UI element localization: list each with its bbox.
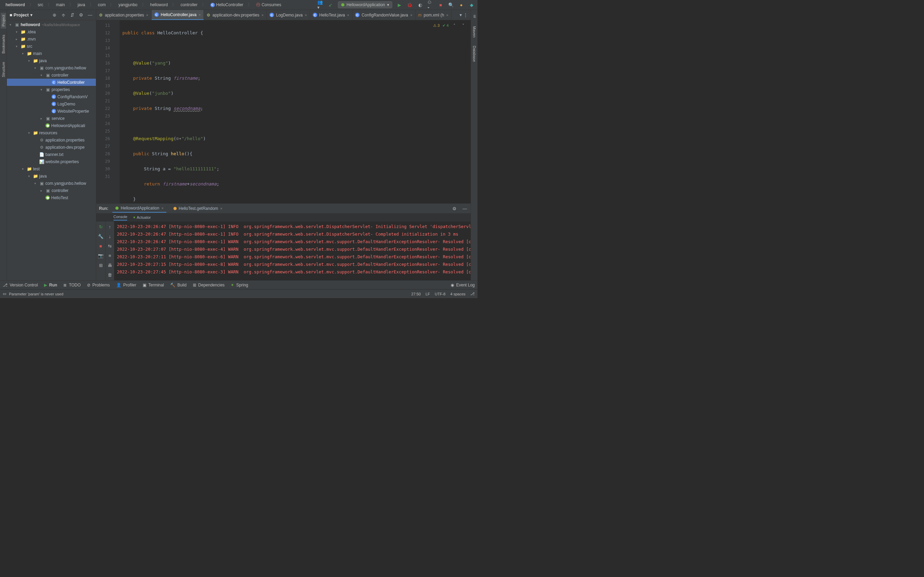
trash-icon[interactable]: 🗑 (107, 272, 113, 278)
breadcrumb-item[interactable]: helloword (3, 2, 28, 8)
stop-icon[interactable]: ■ (438, 2, 444, 8)
structure-tool-button[interactable]: Structure (1, 60, 6, 79)
maven-tool-button[interactable]: m (472, 13, 477, 20)
breadcrumb-item[interactable]: helloword (147, 2, 171, 8)
tree-node[interactable]: ▾📁java (7, 57, 96, 64)
collapse-all-icon[interactable]: ⇵ (69, 12, 75, 18)
dependencies-button[interactable]: ⊞ Dependencies (193, 283, 225, 287)
tree-node[interactable]: CConfigRandomV (7, 93, 96, 100)
tree-node[interactable]: 📄banner.txt (7, 151, 96, 158)
tree-node[interactable]: CHelloController (7, 79, 96, 86)
breadcrumb-item[interactable]: main (53, 2, 68, 8)
tree-node[interactable]: ▸▣controller (7, 187, 96, 194)
project-tree[interactable]: ▾▣ helloword ~/kaifa/IdeaWorkspace ▾📁.id… (7, 20, 96, 280)
close-icon[interactable]: × (446, 13, 448, 17)
close-icon[interactable]: × (347, 13, 349, 17)
close-icon[interactable]: × (410, 13, 412, 17)
vcs-button[interactable]: ⎇ Version Control (3, 283, 38, 287)
shield-icon[interactable]: ◆ (468, 2, 475, 8)
close-icon[interactable]: × (262, 13, 264, 17)
close-icon[interactable]: × (305, 13, 307, 17)
todo-button[interactable]: ≣ TODO (63, 283, 81, 287)
editor-tab[interactable]: CHelloTest.java× (310, 10, 352, 20)
avatar-icon[interactable]: ● (458, 2, 464, 8)
run-icon[interactable]: ▶ (396, 2, 402, 8)
profiler-button[interactable]: 👤 Profiler (116, 283, 136, 287)
terminal-button[interactable]: ▣ Terminal (143, 283, 164, 287)
hide-icon[interactable]: — (87, 12, 93, 18)
run-tab[interactable]: ⬢HelloTest.getRandom × (171, 205, 225, 212)
tree-node[interactable]: 📊website.properties (7, 158, 96, 165)
editor-tab[interactable]: CConfigRandomValue.java× (352, 10, 415, 20)
camera-icon[interactable]: 📷 (98, 253, 104, 259)
file-encoding[interactable]: UTF-8 (435, 292, 446, 296)
project-view-selector[interactable]: ■ Project ▾ (10, 12, 33, 18)
wrench-icon[interactable]: 🔧 (98, 233, 104, 239)
indent-info[interactable]: 4 spaces (450, 292, 465, 296)
console-output[interactable]: 2022-10-23-20:26:47 [http-nio-8080-exec-… (114, 221, 471, 280)
tree-root[interactable]: ▾▣ helloword ~/kaifa/IdeaWorkspace (7, 21, 96, 28)
rerun-icon[interactable]: ↻ (98, 224, 104, 230)
tree-node[interactable]: ⚙application.properties (7, 136, 96, 143)
line-separator[interactable]: LF (426, 292, 430, 296)
search-icon[interactable]: 🔍 (448, 2, 454, 8)
tree-node[interactable]: ▾▣com.yangjunbo.hellow (7, 180, 96, 187)
close-icon[interactable]: × (199, 13, 201, 17)
hide-icon[interactable]: — (462, 205, 468, 211)
tree-node[interactable]: ⬢HellowordApplicati (7, 122, 96, 129)
tree-node[interactable]: ▾▣properties (7, 86, 96, 93)
layout-icon[interactable]: ⊞ (98, 262, 104, 268)
tree-node[interactable]: ▾📁java (7, 172, 96, 180)
breadcrumb-item[interactable]: com (95, 2, 108, 8)
inspection-status[interactable]: ⚠ 3 ✔ 4 ˄ ˅ (433, 22, 467, 29)
down-icon[interactable]: ↓ (107, 233, 113, 239)
print-icon[interactable]: 🖶 (107, 262, 113, 268)
bookmarks-tool-button[interactable]: Bookmarks (1, 33, 6, 56)
coverage-icon[interactable]: ◐ (417, 2, 423, 8)
maven-tool-button[interactable]: Maven (472, 24, 477, 40)
breadcrumb-item[interactable]: ⓜConsumes (254, 2, 284, 8)
event-log-button[interactable]: ◉ Event Log (451, 283, 475, 287)
status-icon[interactable]: ▭ (3, 292, 6, 296)
users-icon[interactable]: 👥▾ (317, 2, 323, 8)
wrap-icon[interactable]: ⇆ (107, 243, 113, 249)
caret-position[interactable]: 27:50 (411, 292, 421, 296)
back-icon[interactable]: ↙ (328, 2, 334, 8)
up-icon[interactable]: ↑ (107, 224, 113, 230)
run-tab[interactable]: ⬢HellowordApplication × (112, 205, 166, 213)
gear-icon[interactable]: ⚙ (78, 12, 84, 18)
breadcrumb-item[interactable]: src (35, 2, 46, 8)
tree-node[interactable]: ▸📁.mvn (7, 35, 96, 43)
next-highlight-icon[interactable]: ˅ (460, 22, 467, 29)
breadcrumb-item[interactable]: CHelloController (208, 2, 246, 8)
tree-node[interactable]: ▾📁.idea (7, 28, 96, 35)
tree-node[interactable]: ▸▣service (7, 115, 96, 122)
tree-node[interactable]: ⚙application-dev.prope (7, 143, 96, 151)
run-button[interactable]: ▶Run (44, 283, 57, 287)
tree-node[interactable]: ▾📁main (7, 50, 96, 57)
scroll-icon[interactable]: ≡ (107, 253, 113, 259)
database-tool-button[interactable]: Database (472, 44, 477, 64)
expand-all-icon[interactable]: ≑ (60, 12, 66, 18)
console-subtab[interactable]: Console (113, 214, 127, 221)
gear-icon[interactable]: ⚙ (451, 205, 457, 211)
editor-tab[interactable]: mpom.xml (h× (415, 10, 452, 20)
tree-node[interactable]: ▾📁src (7, 43, 96, 50)
tree-node[interactable]: CLogDemo (7, 100, 96, 108)
select-opened-icon[interactable]: ⊕ (51, 12, 57, 18)
tree-node[interactable]: ▾▣controller (7, 71, 96, 79)
editor-tab[interactable]: CLogDemo.java× (267, 10, 310, 20)
breadcrumb-item[interactable]: java (75, 2, 88, 8)
close-icon[interactable]: × (146, 13, 148, 17)
breadcrumb-item[interactable]: yangjunbo (115, 2, 140, 8)
code-body[interactable]: public class HelloController { @Value("y… (120, 20, 471, 203)
project-tool-button[interactable]: Project (1, 13, 6, 29)
tree-node[interactable]: ▾▣com.yangjunbo.hellow (7, 64, 96, 71)
debug-icon[interactable]: 🐞 (407, 2, 413, 8)
spring-button[interactable]: ✶ Spring (231, 283, 248, 287)
tree-node[interactable]: ▾📁resources (7, 129, 96, 136)
branch-icon[interactable]: ⎇ (470, 292, 475, 296)
prev-highlight-icon[interactable]: ˄ (451, 22, 457, 29)
build-button[interactable]: 🔨 Build (170, 283, 187, 287)
problems-button[interactable]: ⊘ Problems (87, 283, 110, 287)
